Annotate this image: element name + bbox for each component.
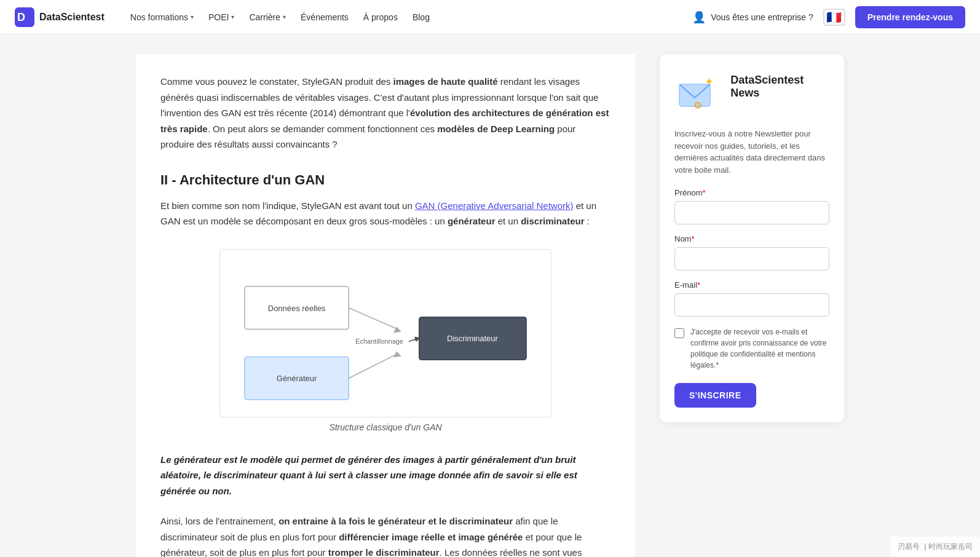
generateur-label: Générateur [277,374,317,383]
nav-links: Nos formations ▾ POEI ▾ Carrière ▾ Événe… [124,9,692,26]
svg-text:⚙: ⚙ [694,100,702,111]
nav-label-evenements: Événements [301,12,349,22]
para1-text: Comme vous pouvez le constater, StyleGAN… [160,76,393,87]
newsletter-icon-wrap: ✦ ⚙ [674,69,721,118]
consent-checkbox-row: J'accepte de recevoir vos e-mails et con… [674,326,829,371]
svg-line-7 [349,354,398,378]
para3-bold3: tromper le discriminateur [328,547,440,557]
chevron-down-icon: ▾ [191,14,194,20]
watermark: 刃易号 | 时尚玩家岳司 [890,537,980,557]
svg-text:✦: ✦ [705,76,714,88]
newsletter-title: DataScientest News [730,74,829,100]
gan-diagram-svg: Données réelles Générateur Discriminateu… [232,262,539,403]
article-para-2: Et bien comme son nom l'indique, StyleGA… [160,198,611,229]
nom-label-text: Nom [674,234,691,243]
cta-rendez-vous-button[interactable]: Prendre rendez-vous [855,6,965,28]
donnees-reelles-label: Données réelles [268,303,326,312]
nav-label-formations: Nos formations [130,12,188,22]
nav-label-carriere: Carrière [249,12,280,22]
email-label: E-mail* [674,280,829,290]
watermark-text1: 刃易号 [898,542,920,552]
para1-bold1: images de haute qualité [393,76,498,87]
gan-diagram-container: Données réelles Générateur Discriminateu… [219,249,551,432]
section2-heading: II - Architecture d'un GAN [160,172,611,188]
submit-button[interactable]: S'INSCRIRE [674,383,756,408]
nom-input[interactable] [674,247,829,271]
nav-right: 👤 Vous êtes une entreprise ? 🇫🇷 Prendre … [692,6,965,28]
article-body: Comme vous pouvez le constater, StyleGAN… [136,54,635,557]
nav-item-poei[interactable]: POEI ▾ [202,9,240,26]
newsletter-card: ✦ ⚙ DataScientest News Inscrivez-vous à … [660,54,844,422]
section2-bold1: générateur [448,216,496,226]
nav-label-apropos: À propos [363,12,398,22]
newsletter-form: Prénom* Nom* E-mail* [674,188,829,408]
enterprise-icon: 👤 [692,10,706,24]
consent-label: J'accepte de recevoir vos e-mails et con… [690,326,829,371]
newsletter-icon-svg: ✦ ⚙ [676,72,719,115]
newsletter-desc: Inscrivez-vous à notre Newsletter pour r… [674,128,829,176]
section2-bold2: discriminateur [521,216,584,226]
logo-link[interactable]: D DataScientest [15,7,105,27]
nav-item-evenements[interactable]: Événements [294,9,355,26]
article-blockquote: Le générateur est le modèle qui permet d… [160,452,611,499]
enterprise-link[interactable]: 👤 Vous êtes une entreprise ? [692,10,813,24]
prenom-required: * [703,188,706,197]
logo-icon: D [15,7,34,27]
flag-emoji: 🇫🇷 [826,10,842,25]
newsletter-title-wrap: DataScientest News [730,69,829,100]
svg-line-5 [349,307,398,329]
section2-colon: : [585,216,590,226]
main-content: Comme vous pouvez le constater, StyleGAN… [136,54,635,557]
nom-required: * [691,234,694,243]
para1-bold3: modèles de Deep Learning [437,124,555,134]
prenom-label-text: Prénom [674,188,703,197]
email-required: * [697,280,700,290]
newsletter-card-header: ✦ ⚙ DataScientest News [674,69,829,118]
email-input[interactable] [674,293,829,317]
consent-checkbox[interactable] [674,328,684,338]
nav-label-blog: Blog [413,12,430,22]
section2-mid: et un [495,216,521,226]
nom-label: Nom* [674,234,829,243]
sidebar: ✦ ⚙ DataScientest News Inscrivez-vous à … [660,54,844,557]
page-wrapper: Comme vous pouvez le constater, StyleGAN… [121,34,859,557]
nav-item-apropos[interactable]: À propos [357,9,404,26]
nav-item-formations[interactable]: Nos formations ▾ [124,9,200,26]
discriminateur-label: Discriminateur [447,334,498,343]
email-label-text: E-mail [674,280,697,290]
navbar: D DataScientest Nos formations ▾ POEI ▾ … [0,0,980,34]
prenom-input[interactable] [674,201,829,224]
para3-bold2: différencier image réelle et image génér… [339,532,523,542]
para3-start: Ainsi, lors de l'entrainement, [160,516,279,526]
chevron-down-icon: ▾ [283,14,286,20]
gan-link[interactable]: GAN (Generative Adversarial Network) [415,200,574,211]
nom-group: Nom* [674,234,829,271]
diagram-caption: Structure classique d'un GAN [219,422,551,432]
svg-text:D: D [17,11,25,23]
nav-item-blog[interactable]: Blog [406,9,436,26]
para1-end: . On peut alors se demander comment fonc… [208,124,438,134]
logo-text: DataScientest [39,12,105,23]
prenom-group: Prénom* [674,188,829,224]
para3-bold1: on entraine à la fois le générateur et l… [279,516,513,526]
language-flag-button[interactable]: 🇫🇷 [823,9,845,26]
echantillonnage-label: Echantillonnage [355,338,403,345]
section2-intro: Et bien comme son nom l'indique, StyleGA… [160,200,415,211]
gan-diagram: Données réelles Générateur Discriminateu… [219,249,551,417]
chevron-down-icon: ▾ [231,14,234,20]
nav-label-poei: POEI [208,12,229,22]
article-para-1: Comme vous pouvez le constater, StyleGAN… [160,74,611,152]
svg-marker-8 [393,351,401,357]
prenom-label: Prénom* [674,188,829,197]
consent-required: * [716,361,719,369]
enterprise-label: Vous êtes une entreprise ? [711,12,813,22]
consent-label-text: J'accepte de recevoir vos e-mails et con… [690,328,826,369]
nav-item-carriere[interactable]: Carrière ▾ [243,9,292,26]
watermark-text2: | 时尚玩家岳司 [925,542,973,552]
article-para-3: Ainsi, lors de l'entrainement, on entrai… [160,513,611,557]
email-group: E-mail* [674,280,829,317]
